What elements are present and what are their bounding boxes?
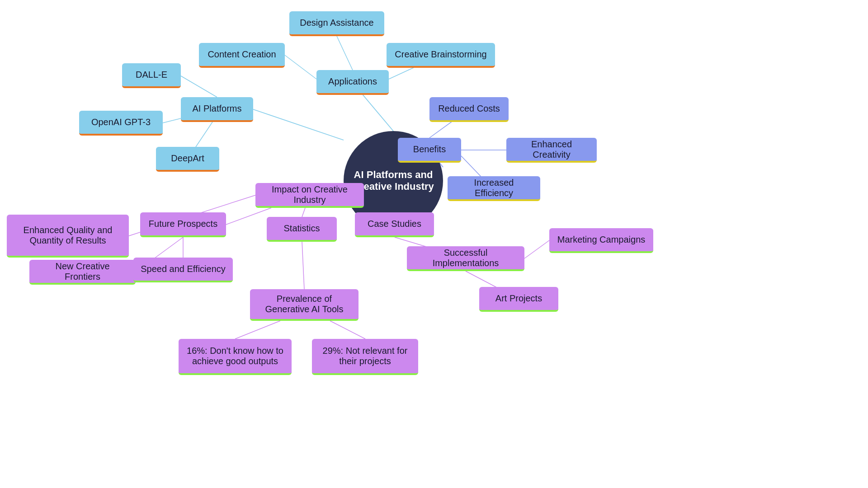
node-creative-brainstorming: Creative Brainstorming (387, 43, 495, 68)
node-prevalence-genai: Prevalence of Generative AI Tools (250, 289, 359, 321)
node-applications: Applications (316, 70, 389, 95)
node-new-creative-frontiers: New Creative Frontiers (29, 260, 136, 285)
node-enhanced-quality: Enhanced Quality and Quantity of Results (7, 215, 129, 258)
svg-line-20 (330, 321, 365, 339)
svg-line-5 (181, 76, 217, 97)
svg-line-2 (285, 55, 316, 79)
node-increased-efficiency: Increased Efficiency (448, 176, 540, 201)
node-design-assistance: Design Assistance (289, 11, 384, 36)
node-statistics: Statistics (267, 217, 337, 242)
svg-line-18 (302, 242, 304, 289)
node-deepart: DeepArt (156, 147, 219, 172)
node-ai-platforms: AI Platforms (181, 97, 253, 122)
node-marketing-campaigns: Marketing Campaigns (549, 228, 653, 253)
node-case-studies: Case Studies (355, 212, 434, 237)
svg-line-1 (337, 36, 353, 70)
node-dont-know: 16%: Don't know how to achieve good outp… (179, 339, 292, 375)
node-successful-impl: Successful Implementations (407, 246, 524, 271)
svg-line-14 (226, 208, 271, 225)
node-speed-efficiency: Speed and Efficiency (133, 258, 233, 282)
node-reduced-costs: Reduced Costs (429, 97, 509, 122)
node-impact: Impact on Creative Industry (255, 183, 364, 208)
node-content-creation: Content Creation (199, 43, 285, 68)
node-openai-gpt3: OpenAI GPT-3 (79, 111, 163, 136)
svg-line-4 (253, 109, 344, 140)
node-enhanced-creativity: Enhanced Creativity (506, 138, 597, 163)
node-future-prospects: Future Prospects (140, 212, 226, 237)
node-not-relevant: 29%: Not relevant for their projects (312, 339, 418, 375)
node-dalle: DALL-E (122, 63, 181, 88)
node-benefits: Benefits (398, 138, 461, 163)
svg-line-23 (524, 240, 549, 258)
node-art-projects: Art Projects (479, 287, 558, 312)
svg-line-19 (235, 321, 280, 339)
